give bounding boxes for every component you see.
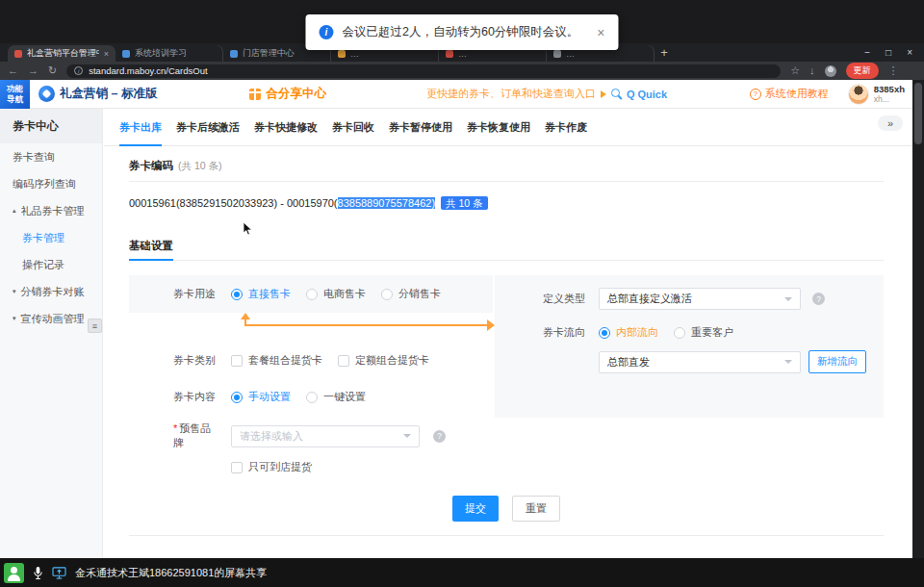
browser-tab-training[interactable]: 系统培训学习 [116,45,223,62]
card-code-range: 00015961(8385291502033923) - 00015970(83… [129,197,884,211]
window-close-button[interactable]: × [907,47,912,58]
radio-ecommerce-sale[interactable]: 电商售卡 [306,287,366,301]
function-nav-button[interactable]: 功能 导航 [0,80,30,109]
window-minimize-button[interactable]: − [864,47,870,58]
checkbox-package-combo-card[interactable]: 套餐组合提货卡 [231,353,322,368]
submit-button[interactable]: 提交 [452,496,499,522]
user-avatar [848,84,869,105]
option-label: 只可到店提货 [248,460,312,474]
define-flow-panel: 定义类型 总部直接定义激活 ? 券卡流向 内部流向 [495,275,884,418]
checkbox-store-pickup-only[interactable]: 只可到店提货 [231,460,312,474]
field-label-usage: 券卡用途 [173,287,221,301]
tab-card-recycle[interactable]: 券卡回收 [332,109,374,145]
quick-entry[interactable]: 更快捷的券卡、订单和快递查询入口 Q Quick [426,87,667,101]
tab-label: 礼盒营销平台管理中心 [27,47,99,60]
help-icon[interactable]: ? [812,293,825,305]
pointer-icon [601,90,606,98]
reset-button[interactable]: 重置 [512,496,560,522]
sidebar-item-card-query[interactable]: 券卡查询 [0,143,102,170]
new-tab-button[interactable]: + [654,45,674,60]
radio-one-click-setting[interactable]: 一键设置 [306,390,366,404]
user-menu[interactable]: 8385xhxh... [848,84,905,105]
tab-card-pause[interactable]: 券卡暂停使用 [389,109,452,145]
download-icon[interactable]: ↓ [809,65,815,76]
radio-direct-sale[interactable]: 直接售卡 [231,287,291,301]
user-name-sub: xh... [874,94,905,104]
back-icon[interactable]: ← [8,65,18,76]
sidebar-item-label: 编码序列查询 [13,177,76,191]
sidebar-item-label: 券卡管理 [22,231,64,245]
radio-internal-flow[interactable]: 内部流向 [599,325,658,340]
option-label: 分销售卡 [398,287,441,301]
sidebar-item-code-sequence-query[interactable]: 编码序列查询 [0,170,102,197]
card-flow-row: 券卡流向 内部流向 重要客户 [543,325,884,340]
main-panel: 券卡出库 券卡后续激活 券卡快捷修改 券卡回收 券卡暂停使用 券卡恢复使用 券卡… [104,109,912,558]
quick-tip-text: 更快捷的券卡、订单和快递查询入口 [426,87,596,101]
tab-label: … [566,49,648,59]
radio-icon [306,289,318,300]
define-type-select[interactable]: 总部直接定义激活 [599,288,801,310]
tab-card-resume[interactable]: 券卡恢复使用 [467,109,530,145]
search-icon [611,89,622,99]
scrollbar-thumb[interactable] [914,83,922,144]
sidebar-item-card-management[interactable]: 券卡管理 [0,224,102,251]
sidebar-group-gift-card-management[interactable]: ▴ 礼品券卡管理 [0,197,102,224]
nav-box-line1: 功能 [7,84,23,93]
collapse-panel-button[interactable]: » [878,115,903,131]
browser-update-button[interactable]: 更新 [846,63,879,79]
radio-important-customer[interactable]: 重要客户 [674,325,733,340]
window-controls: − □ × [864,47,924,58]
tab-favicon-icon [122,50,130,58]
radio-icon [599,327,610,339]
site-info-icon[interactable]: i [74,66,83,75]
forward-icon[interactable]: → [28,65,38,76]
add-flow-button[interactable]: 新增流向 [808,350,866,373]
tab-card-outbound[interactable]: 券卡出库 [119,109,162,145]
brand-title: 礼盒营销 – 标准版 [60,86,157,102]
checkbox-fixed-amount-combo-card[interactable]: 定额组合提货卡 [338,353,429,368]
connector-arrow-right-icon [487,319,495,331]
option-label: 套餐组合提货卡 [248,353,322,368]
presale-brand-select[interactable]: 请选择或输入 [231,425,420,447]
tab-card-quick-edit[interactable]: 券卡快捷修改 [254,109,318,145]
select-value: 总部直发 [607,355,650,370]
tab-close-icon[interactable]: × [104,49,109,59]
screen-share-icon[interactable] [52,567,66,579]
flow-select[interactable]: 总部直发 [599,351,801,373]
sidebar-item-operation-log[interactable]: 操作记录 [0,251,102,278]
reload-icon[interactable]: ↻ [48,65,57,76]
bookmark-star-icon[interactable]: ☆ [790,65,800,76]
tab-card-void[interactable]: 券卡作废 [545,109,587,145]
scrollbar[interactable] [912,80,924,558]
help-icon[interactable]: ? [433,430,446,443]
sidebar-toggle-button[interactable]: ≡ [88,319,102,333]
sidebar-item-label: 操作记录 [22,258,64,272]
sidebar-title: 券卡中心 [0,109,102,143]
toast-close-icon[interactable]: × [597,25,604,40]
gift-icon [249,89,261,100]
address-bar[interactable]: i standard.maboy.cn/CardsOut [66,64,781,78]
triangle-down-icon: ▾ [13,315,16,322]
kebab-menu-icon[interactable]: ⋮ [888,65,899,76]
field-label-presale-brand: *预售品牌 [173,421,221,450]
tab-favicon-icon [553,50,561,58]
microphone-icon[interactable] [33,566,43,580]
sidebar-group-distribution-reconciliation[interactable]: ▾ 分销券卡对账 [0,278,102,305]
window-maximize-button[interactable]: □ [886,47,891,58]
radio-distribution-sale[interactable]: 分销售卡 [381,287,441,301]
radio-icon [231,392,243,403]
browser-tab-marketing[interactable]: 礼盒营销平台管理中心 × [8,45,116,62]
select-placeholder: 请选择或输入 [240,429,303,444]
browser-profile-icon[interactable] [825,65,836,77]
tab-card-activate[interactable]: 券卡后续激活 [176,109,240,145]
select-value: 总部直接定义激活 [607,292,692,306]
share-center-link[interactable]: 合分享中心 [249,86,326,102]
tutorial-link[interactable]: ? 系统使用教程 [750,87,829,101]
radio-manual-setting[interactable]: 手动设置 [231,390,291,404]
code-text: 00015961(8385291502033923) - 00015970( [129,197,338,209]
tab-label: 系统培训学习 [135,47,217,60]
option-label: 一键设置 [323,390,366,404]
chevron-down-icon [784,360,792,364]
field-label-card-flow: 券卡流向 [543,325,591,340]
option-label: 手动设置 [248,390,291,404]
